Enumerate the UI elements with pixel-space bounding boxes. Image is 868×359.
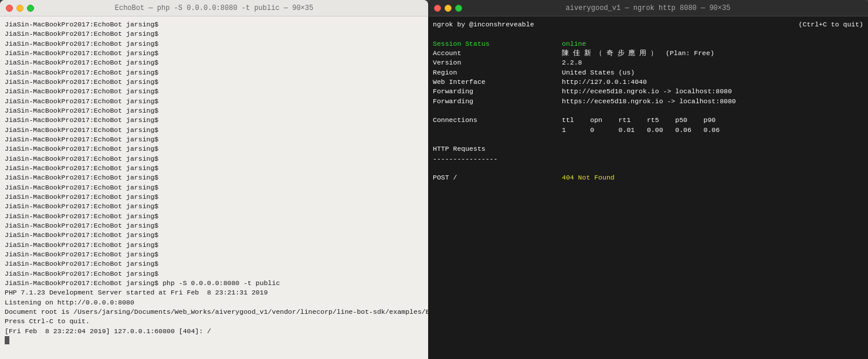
blank-line-2 (433, 106, 863, 116)
left-terminal-window: EchoBot — php -S 0.0.0.0:8080 -t public … (0, 0, 428, 359)
left-minimize-button[interactable] (16, 5, 23, 12)
list-item: JiaSin-MacBookPro2017:EchoBot jarsing$ (5, 241, 423, 250)
forwarding-https-value: https://ecee5d18.ngrok.io -> localhost:8… (562, 97, 736, 106)
list-item: JiaSin-MacBookPro2017:EchoBot jarsing$ p… (5, 279, 423, 288)
list-item: JiaSin-MacBookPro2017:EchoBot jarsing$ (5, 144, 423, 154)
right-traffic-lights (434, 5, 462, 12)
list-item: Listening on http://0.0.0.0:8080 (5, 298, 423, 307)
list-item: JiaSin-MacBookPro2017:EchoBot jarsing$ (5, 77, 423, 87)
ctrl-quit-label: (Ctrl+C to quit) (799, 20, 863, 29)
connections-values: 1 0 0.01 0.00 0.06 0.06 (562, 126, 720, 135)
list-item: JiaSin-MacBookPro2017:EchoBot jarsing$ (5, 29, 423, 39)
forwarding-label-https: Forwarding (433, 97, 562, 106)
session-status-value: online (562, 39, 586, 49)
left-title-bar: EchoBot — php -S 0.0.0.0:8080 -t public … (0, 0, 428, 16)
left-close-button[interactable] (6, 5, 13, 12)
right-terminal-window: aiverygood_v1 — ngrok http 8080 — 90×35 … (428, 0, 868, 359)
post-status: 404 Not Found (562, 173, 615, 182)
http-divider: ---------------- (433, 154, 863, 164)
list-item: JiaSin-MacBookPro2017:EchoBot jarsing$ (5, 259, 423, 269)
connections-headers: ttl opn rt1 rt5 p50 p90 (562, 116, 716, 125)
account-label: Account (433, 49, 562, 58)
version-label: Version (433, 58, 562, 67)
list-item: JiaSin-MacBookPro2017:EchoBot jarsing$ (5, 58, 423, 67)
list-item: JiaSin-MacBookPro2017:EchoBot jarsing$ (5, 135, 423, 144)
list-item: JiaSin-MacBookPro2017:EchoBot jarsing$ (5, 20, 423, 29)
list-item: Press Ctrl-C to quit. (5, 317, 423, 326)
right-title-text: aiverygood_v1 — ngrok http 8080 — 90×35 (566, 4, 731, 12)
right-minimize-button[interactable] (445, 5, 452, 12)
cursor-line (5, 336, 423, 346)
list-item: JiaSin-MacBookPro2017:EchoBot jarsing$ (5, 39, 423, 49)
list-item: JiaSin-MacBookPro2017:EchoBot jarsing$ (5, 116, 423, 125)
list-item: [Fri Feb 8 23:22:04 2019] 127.0.0.1:6080… (5, 327, 423, 336)
region-value: United States (us) (562, 68, 635, 77)
list-item: JiaSin-MacBookPro2017:EchoBot jarsing$ (5, 68, 423, 77)
list-item: JiaSin-MacBookPro2017:EchoBot jarsing$ (5, 106, 423, 116)
left-maximize-button[interactable] (27, 5, 34, 12)
list-item: JiaSin-MacBookPro2017:EchoBot jarsing$ (5, 231, 423, 240)
left-title-text: EchoBot — php -S 0.0.0.0:8080 -t public … (115, 4, 313, 12)
list-item: PHP 7.1.23 Development Server started at… (5, 288, 423, 297)
list-item: JiaSin-MacBookPro2017:EchoBot jarsing$ (5, 192, 423, 202)
right-maximize-button[interactable] (455, 5, 462, 12)
blank-line-4 (433, 164, 863, 173)
list-item: JiaSin-MacBookPro2017:EchoBot jarsing$ (5, 87, 423, 96)
list-item: JiaSin-MacBookPro2017:EchoBot jarsing$ (5, 49, 423, 58)
version-value: 2.2.8 (562, 58, 582, 67)
left-traffic-lights (6, 5, 34, 12)
list-item: JiaSin-MacBookPro2017:EchoBot jarsing$ (5, 269, 423, 279)
blank-line-3 (433, 135, 863, 144)
ngrok-header: ngrok by @inconshreveable (433, 20, 534, 29)
list-item: JiaSin-MacBookPro2017:EchoBot jarsing$ (5, 154, 423, 164)
right-close-button[interactable] (434, 5, 441, 12)
list-item: JiaSin-MacBookPro2017:EchoBot jarsing$ (5, 126, 423, 135)
web-interface-label: Web Interface (433, 77, 562, 87)
list-item: JiaSin-MacBookPro2017:EchoBot jarsing$ (5, 164, 423, 173)
list-item: JiaSin-MacBookPro2017:EchoBot jarsing$ (5, 173, 423, 182)
list-item: JiaSin-MacBookPro2017:EchoBot jarsing$ (5, 183, 423, 192)
list-item: JiaSin-MacBookPro2017:EchoBot jarsing$ (5, 97, 423, 106)
list-item: JiaSin-MacBookPro2017:EchoBot jarsing$ (5, 221, 423, 231)
forwarding-http-value: http://ecee5d18.ngrok.io -> localhost:80… (562, 87, 732, 96)
connections-label: Connections (433, 116, 562, 125)
left-terminal-body[interactable]: JiaSin-MacBookPro2017:EchoBot jarsing$ J… (0, 16, 428, 359)
list-item: JiaSin-MacBookPro2017:EchoBot jarsing$ (5, 202, 423, 211)
blank-line (433, 29, 863, 39)
account-value: 陳 佳 新 （ 奇 步 應 用 ） (Plan: Free) (562, 49, 714, 58)
list-item: JiaSin-MacBookPro2017:EchoBot jarsing$ (5, 250, 423, 259)
right-title-bar: aiverygood_v1 — ngrok http 8080 — 90×35 (428, 0, 868, 16)
web-interface-value: http://127.0.0.1:4040 (562, 77, 647, 87)
region-label: Region (433, 68, 562, 77)
http-requests-label: HTTP Requests (433, 144, 863, 154)
session-status-label: Session Status (433, 39, 562, 49)
list-item: JiaSin-MacBookPro2017:EchoBot jarsing$ (5, 212, 423, 221)
right-terminal-body[interactable]: ngrok by @inconshreveable (Ctrl+C to qui… (428, 16, 868, 359)
list-item: Document root is /Users/jarsing/Document… (5, 307, 423, 317)
forwarding-label-http: Forwarding (433, 87, 562, 96)
connections-label-blank (433, 126, 562, 135)
post-label: POST / (433, 173, 562, 182)
